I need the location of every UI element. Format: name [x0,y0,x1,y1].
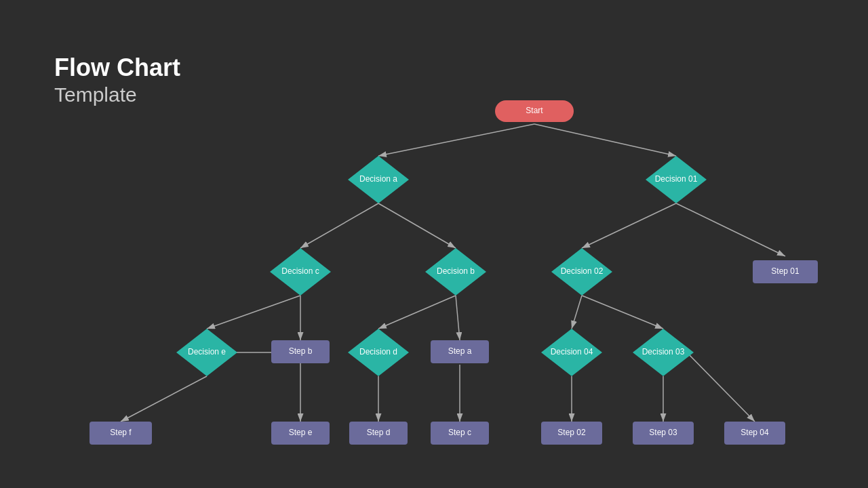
decision-04-label: Decision 04 [551,347,593,357]
step-f-label: Step f [110,428,132,437]
svg-line-10 [456,296,460,340]
svg-line-12 [582,296,663,329]
decision-b-label: Decision b [437,266,475,276]
step-c-label: Step c [448,428,471,437]
step-d-label: Step d [367,428,391,437]
svg-line-13 [121,376,207,422]
step-a-label: Step a [448,346,472,356]
flowchart: Start Decision a Decision 01 Decision c … [0,0,868,488]
svg-line-6 [676,203,785,256]
step-04-label: Step 04 [741,428,769,437]
svg-line-1 [378,124,534,156]
start-label: Start [526,106,543,115]
svg-line-4 [378,203,456,248]
svg-line-11 [572,296,582,329]
decision-03-label: Decision 03 [642,347,685,357]
decision-02-label: Decision 02 [561,266,604,276]
decision-a-label: Decision a [359,174,397,184]
step-01-label: Step 01 [771,266,800,276]
svg-line-7 [207,296,300,329]
decision-d-label: Decision d [359,347,397,357]
step-b-label: Step b [289,346,313,356]
svg-line-9 [378,296,456,329]
svg-line-18 [687,352,755,422]
step-03-label: Step 03 [649,428,677,437]
svg-line-3 [300,203,378,248]
svg-line-5 [582,203,676,248]
decision-e-label: Decision e [188,347,226,357]
svg-line-2 [534,124,676,156]
decision-01-label: Decision 01 [655,174,698,184]
step-e-label: Step e [289,428,313,437]
step-02-label: Step 02 [557,428,586,437]
decision-c-label: Decision c [281,266,319,276]
